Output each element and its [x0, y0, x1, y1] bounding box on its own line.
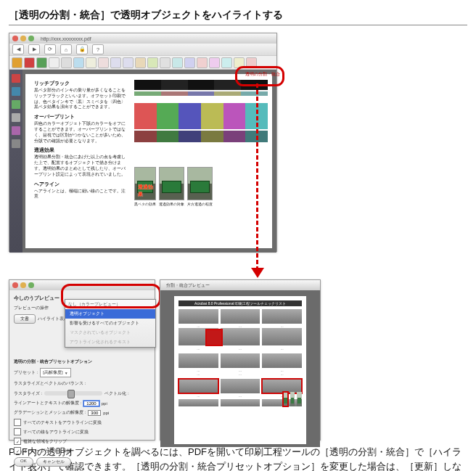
ppi-label-2: ppi [103, 411, 109, 415]
c1-label: すべてのテキストをアウトラインに変換 [23, 419, 102, 426]
forward-icon[interactable]: ▶ [28, 44, 40, 54]
photo-2 [159, 167, 184, 200]
lineart-res-label: ラインアートとテキストの解像度 : [14, 400, 81, 406]
attachments-icon[interactable] [12, 113, 20, 122]
photo-overlay-label: 透過効果 [138, 184, 155, 198]
highlighted-block [178, 379, 218, 393]
preset-section-label: 透明の分割・統合プリセットオプション [14, 359, 150, 365]
hand-icon[interactable] [86, 57, 97, 68]
preview-page: Acrobat 8.0 Professional 印刷工程ツールチェックリスト … [174, 296, 306, 444]
output-icon[interactable] [172, 57, 183, 68]
callout-highlight-menu [61, 284, 161, 308]
comments-icon[interactable] [12, 139, 20, 148]
highlighted-photo-1 [283, 392, 288, 406]
pdf-page: リッチブラック 黒ベタ部分のインキの乗り量が多くなることをリッチブラックといいま… [25, 74, 272, 248]
flattener-preview-window: 分割・統合プレビュー Acrobat 8.0 Professional 印刷工程… [160, 279, 321, 441]
color-bars [134, 80, 268, 144]
checkbox-text-outline[interactable] [14, 419, 21, 426]
c2-label: すべての線をアウトラインに変換 [23, 429, 89, 435]
doc-p3: 透明効果分割・統合にあげた以上の点を考慮した上で、配置するオブジェクトで描き分け… [34, 155, 128, 177]
callout-flatten-button: 透明の分割・統合 [235, 66, 284, 86]
zoomin-icon[interactable] [110, 57, 121, 68]
minimize-icon[interactable] [20, 282, 26, 288]
acrobat-window: http://xxx.xxxxxxxx.pdf ◀ ▶ ⟳ ⌂ 🔒 ? [9, 33, 277, 252]
highlighted-block-2 [262, 379, 302, 393]
minimize-icon[interactable] [20, 36, 26, 41]
cancel-button[interactable]: キャンセル [36, 457, 71, 467]
bookmarks-icon[interactable] [12, 87, 20, 96]
refresh-button[interactable]: 文書 [14, 314, 36, 324]
photo-caption-1: 黒ベタの効果 [134, 202, 156, 206]
doc-p4: ヘアラインとは、極端に細い線のことです。注意 [34, 189, 128, 200]
titlebar: http://xxx.xxxxxxxx.pdf [9, 33, 276, 44]
section-heading: ［透明の分割・統合］で透明オブジェクトをハイライトする [9, 9, 467, 25]
browser-toolbar: ◀ ▶ ⟳ ⌂ 🔒 ? [9, 44, 276, 55]
acrobat-toolbar [9, 55, 276, 70]
c3-label: 複雑な領域をクリップ [23, 438, 67, 445]
signatures-icon[interactable] [12, 126, 20, 135]
ppi-label-1: ppi [102, 401, 107, 406]
print-icon[interactable] [49, 57, 60, 68]
preflight-icon[interactable] [184, 57, 195, 68]
menu-item-transparent-objects[interactable]: 透明オブジェクト [65, 309, 155, 319]
comment-icon[interactable] [135, 57, 146, 68]
vector-label: ベクトル化 : [104, 390, 128, 397]
mail-icon[interactable] [61, 57, 72, 68]
doc-h3: 透過効果 [34, 147, 269, 154]
preset-dropdown[interactable]: [高解像度]▼ [40, 368, 70, 377]
preview-doc-title: Acrobat 8.0 Professional 印刷工程ツールチェックリスト [178, 300, 302, 306]
close-icon[interactable] [12, 282, 18, 288]
form-icon[interactable] [160, 57, 171, 68]
grad-res-label: グラデーションとメッシュの解像度 : [14, 409, 86, 416]
back-icon[interactable]: ◀ [12, 44, 24, 54]
pdf-icon[interactable] [24, 57, 35, 68]
layers-icon[interactable] [12, 100, 20, 109]
search-icon[interactable] [73, 57, 84, 68]
photo-row: 透過効果 黒ベタの効果 透過効果の対象 片方透過の程度 [134, 167, 268, 206]
balance-slider[interactable] [44, 391, 102, 396]
callout-label: 透明の分割・統合 [245, 71, 280, 78]
close-icon[interactable] [12, 36, 18, 41]
help-icon[interactable]: ? [92, 44, 104, 54]
grad-res-input[interactable]: 300 [88, 410, 101, 416]
menu-item-affected-objects[interactable]: 影響を受けるすべてのオブジェクト [65, 319, 155, 328]
checkbox-preserve-op[interactable]: ✓ [14, 447, 21, 454]
window-url: http://xxx.xxxxxxxx.pdf [41, 36, 91, 41]
photo-caption-2: 透過効果の対象 [159, 202, 184, 206]
flatten-icon[interactable] [221, 57, 232, 68]
zoom-icon[interactable] [28, 36, 34, 41]
select-icon[interactable] [98, 57, 109, 68]
photo-caption-3: 片方透過の程度 [187, 202, 213, 206]
navpane [9, 70, 22, 253]
photo-3 [187, 167, 213, 200]
arrow-head-icon [251, 268, 264, 278]
ok-button[interactable]: OK [14, 457, 33, 467]
preset-label: プリセット : [14, 369, 38, 376]
reload-icon[interactable]: ⟳ [44, 44, 56, 54]
checkbox-clip-complex[interactable]: ✓ [14, 438, 21, 445]
menu-item-outlined-text: アウトライン化されるテキスト [65, 337, 155, 347]
pages-icon[interactable] [12, 74, 20, 83]
arrow-line [256, 83, 258, 271]
security-icon[interactable]: 🔒 [76, 44, 88, 54]
doc-p2: 四色のカラーオブジェト下版のカラーをオフにすることができます。オーバープリントで… [34, 121, 128, 144]
zoomout-icon[interactable] [123, 57, 134, 68]
c4-label: オーバープリントを保持 [23, 448, 71, 454]
checkbox-stroke-outline[interactable] [14, 428, 21, 435]
lineart-res-input[interactable]: 1200 [83, 401, 99, 406]
raster-label: ラスタライズ : [14, 390, 42, 397]
trap-icon[interactable] [209, 57, 220, 68]
open-icon[interactable] [12, 57, 22, 68]
ink-icon[interactable] [197, 57, 208, 68]
save-icon[interactable] [36, 57, 47, 68]
figure: http://xxx.xxxxxxxx.pdf ◀ ▶ ⟳ ⌂ 🔒 ? [9, 33, 459, 439]
photo-1: 透過効果 [134, 167, 156, 200]
zoom-icon[interactable] [28, 282, 34, 288]
home-icon[interactable]: ⌂ [60, 44, 72, 54]
preview-window-title: 分割・統合プレビュー [166, 282, 210, 289]
doc-p1: 黒ベタ部分のインキの乗り量が多くなることをリッチブラックといいます。オフセット印… [34, 88, 128, 110]
balance-label: ラスタライズとベクトルのバランス : [14, 380, 150, 387]
highlighted-transparent-object [206, 329, 222, 345]
menu-item-masked: マスクされているオブジェクト [65, 328, 155, 337]
sign-icon[interactable] [147, 57, 158, 68]
